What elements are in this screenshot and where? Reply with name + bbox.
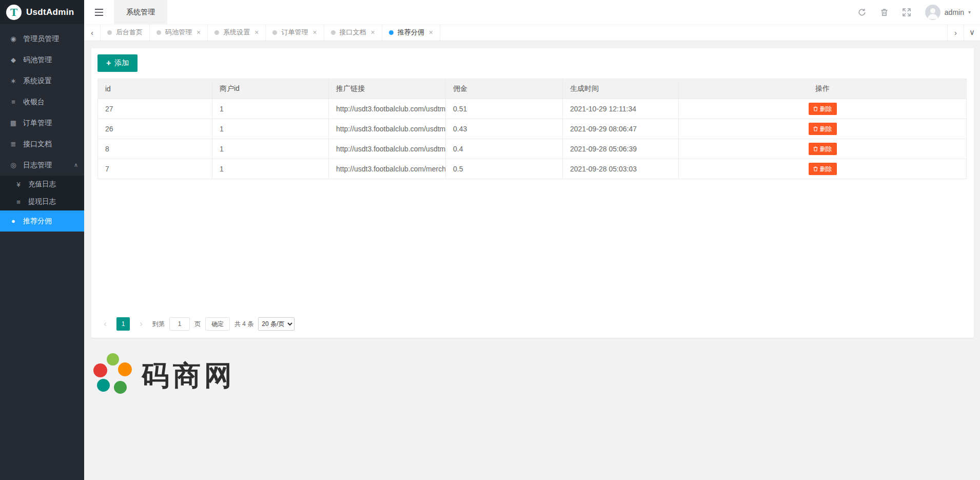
fullscreen-icon[interactable] <box>903 8 911 16</box>
tabs-scroll-left-icon[interactable]: ‹ <box>84 24 101 41</box>
tab-label: 推荐分佣 <box>398 28 424 37</box>
cell-link: http://usdt3.footbalclub.com/usdtmer... <box>329 99 446 119</box>
sidebar-item-order-manage[interactable]: ▦ 订单管理 <box>0 112 84 133</box>
table-row: 27 1 http://usdt3.footbalclub.com/usdtme… <box>98 99 967 119</box>
page-number-current[interactable]: 1 <box>116 317 130 331</box>
sidebar-item-api-docs[interactable]: ≣ 接口文档 <box>0 133 84 155</box>
sidebar-item-label: 系统设置 <box>23 76 52 86</box>
document-icon: ≣ <box>9 140 17 148</box>
tab-label: 接口文档 <box>340 28 366 37</box>
delete-button[interactable]: 删除 <box>809 123 837 135</box>
sidebar-item-pool-manage[interactable]: ◆ 码池管理 <box>0 49 84 70</box>
plus-icon: + <box>106 59 111 67</box>
sidebar-item-label: 接口文档 <box>23 140 52 149</box>
col-header-merchant-id: 商户id <box>212 79 329 99</box>
sidebar-item-admin-manage[interactable]: ◉ 管理员管理 <box>0 28 84 49</box>
user-menu[interactable]: admin ▾ <box>925 5 971 20</box>
tabs-scroll-right-icon[interactable]: › <box>947 24 964 41</box>
yen-icon: ¥ <box>14 181 23 188</box>
sidebar-item-label: 提现日志 <box>28 197 56 206</box>
tab-system-settings[interactable]: 系统设置 × <box>208 24 266 41</box>
content-area: + 添加 id 商户id 推广链接 佣金 生成时间 <box>84 41 980 398</box>
table-icon: ▦ <box>9 119 17 127</box>
top-bar: 系统管理 admin ▾ <box>84 0 980 24</box>
sidebar-item-label: 收银台 <box>23 98 45 107</box>
cell-merchant-id: 1 <box>212 119 329 139</box>
delete-button[interactable]: 删除 <box>809 103 837 115</box>
cell-commission: 0.4 <box>446 139 563 159</box>
user-icon: ◉ <box>9 35 17 43</box>
close-icon[interactable]: × <box>312 28 317 36</box>
main-area: 系统管理 admin ▾ ‹ 后台首页 <box>84 0 980 480</box>
topbar-actions: admin ▾ <box>858 5 980 20</box>
add-button[interactable]: + 添加 <box>97 54 138 72</box>
cell-link: http://usdt3.footbalclub.com/merchan... <box>329 159 446 179</box>
tab-referral-commission[interactable]: 推荐分佣 × <box>382 24 440 41</box>
avatar <box>925 5 940 20</box>
total-count-label: 共 4 条 <box>234 320 253 329</box>
sidebar-item-log-manage[interactable]: ◎ 日志管理 ∧ <box>0 155 84 176</box>
chevron-up-icon: ∧ <box>74 162 78 168</box>
tab-label: 后台首页 <box>116 28 143 37</box>
tab-bar: ‹ 后台首页 码池管理 × 系统设置 × 订单管理 × 接口文档 × 推荐分佣 <box>84 24 980 41</box>
cell-merchant-id: 1 <box>212 159 329 179</box>
tabbar-right-controls: › ∨ <box>947 24 980 41</box>
trash-icon[interactable] <box>880 8 888 16</box>
page-next-icon[interactable]: › <box>134 317 148 331</box>
footer-logo-text: 码商网 <box>142 357 236 395</box>
log-icon: ◎ <box>9 161 17 169</box>
confirm-button[interactable]: 确定 <box>205 317 230 331</box>
pagination: ‹ 1 › 到第 页 确定 共 4 条 20 条/页 <box>97 312 967 332</box>
sidebar: T UsdtAdmin ◉ 管理员管理 ◆ 码池管理 ∗ 系统设置 ≡ 收银台 … <box>0 0 84 480</box>
col-header-commission: 佣金 <box>446 79 563 99</box>
add-button-label: 添加 <box>114 59 129 68</box>
tab-label: 订单管理 <box>281 28 308 37</box>
sidebar-item-withdraw-log[interactable]: ≡ 提现日志 <box>0 193 84 210</box>
cell-created: 2021-09-28 05:06:39 <box>563 139 679 159</box>
tab-home[interactable]: 后台首页 <box>101 24 150 41</box>
sidebar-item-cashier[interactable]: ≡ 收银台 <box>0 91 84 112</box>
page-prev-icon[interactable]: ‹ <box>99 317 112 331</box>
sidebar-item-label: 订单管理 <box>23 119 52 128</box>
page-size-select[interactable]: 20 条/页 <box>258 317 295 331</box>
refresh-icon[interactable] <box>858 8 866 16</box>
sidebar-item-referral-commission[interactable]: ● 推荐分佣 <box>0 210 84 232</box>
tab-dot <box>389 30 394 35</box>
delete-button[interactable]: 删除 <box>809 143 837 155</box>
top-nav-system-manage[interactable]: 系统管理 <box>114 0 167 24</box>
col-header-created: 生成时间 <box>563 79 679 99</box>
referral-commission-panel: + 添加 id 商户id 推广链接 佣金 生成时间 <box>91 48 974 338</box>
col-header-link: 推广链接 <box>329 79 446 99</box>
menu-toggle-icon[interactable] <box>84 0 114 24</box>
commission-table: id 商户id 推广链接 佣金 生成时间 操作 27 1 http://usdt <box>97 79 967 179</box>
pool-icon: ◆ <box>9 56 17 64</box>
tab-label: 系统设置 <box>223 28 250 37</box>
table-container: id 商户id 推广链接 佣金 生成时间 操作 27 1 http://usdt <box>97 79 967 312</box>
sidebar-item-label: 管理员管理 <box>23 34 59 44</box>
tab-pool-manage[interactable]: 码池管理 × <box>150 24 208 41</box>
sidebar-item-system-settings[interactable]: ∗ 系统设置 <box>0 70 84 91</box>
col-header-id: id <box>98 79 212 99</box>
close-icon[interactable]: × <box>254 28 259 36</box>
cell-commission: 0.43 <box>446 119 563 139</box>
close-icon[interactable]: × <box>371 28 375 36</box>
cell-created: 2021-09-28 05:03:03 <box>563 159 679 179</box>
sidebar-item-recharge-log[interactable]: ¥ 充值日志 <box>0 176 84 193</box>
cell-id: 8 <box>98 139 212 159</box>
cell-link: http://usdt3.footbalclub.com/usdtmer... <box>329 119 446 139</box>
tabs-collapse-icon[interactable]: ∨ <box>964 24 980 41</box>
sidebar-item-label: 码池管理 <box>23 55 52 65</box>
tab-api-docs[interactable]: 接口文档 × <box>324 24 382 41</box>
col-header-actions: 操作 <box>679 79 967 99</box>
jump-page-input[interactable] <box>169 317 190 331</box>
close-icon[interactable]: × <box>429 28 433 36</box>
log-manage-submenu: ¥ 充值日志 ≡ 提现日志 <box>0 176 84 210</box>
footer: 码商网 <box>91 338 974 398</box>
cell-created: 2021-10-29 12:11:34 <box>563 99 679 119</box>
gear-icon: ∗ <box>9 77 17 85</box>
tab-order-manage[interactable]: 订单管理 × <box>266 24 324 41</box>
sidebar-item-label: 充值日志 <box>28 180 56 189</box>
close-icon[interactable]: × <box>197 28 201 36</box>
tab-dot <box>214 30 219 35</box>
delete-button[interactable]: 删除 <box>809 163 837 175</box>
